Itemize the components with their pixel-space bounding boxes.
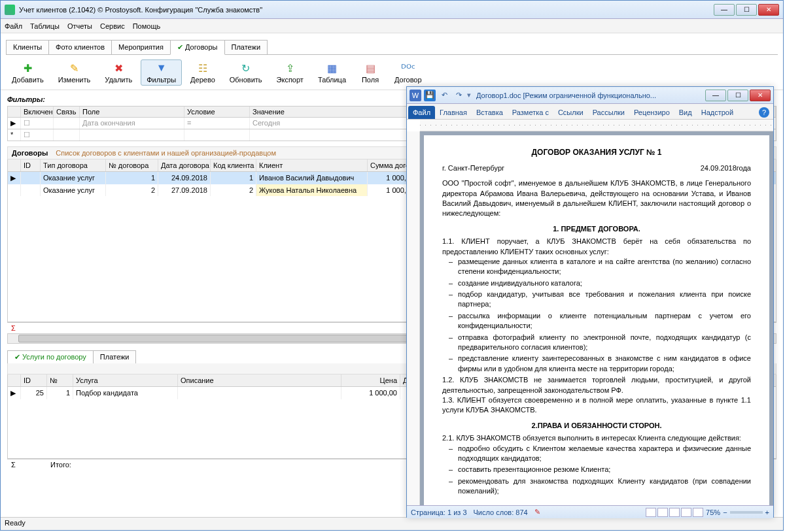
app-titlebar[interactable]: Учет клиентов (2.1042) © Prostoysoft. Ко… <box>1 1 783 19</box>
word-ribbon: Файл Главная Вставка Разметка с Ссылки Р… <box>407 104 773 120</box>
word-app-icon: W <box>410 90 421 101</box>
zoom-in-icon[interactable]: + <box>765 508 769 516</box>
view-outline-icon[interactable] <box>681 508 691 517</box>
contract-button[interactable]: ᴰᴼᶜДоговор <box>389 59 428 86</box>
doc-date: 24.09.2018года <box>701 163 751 173</box>
word-title: Договор1.doc [Режим ограниченной функцио… <box>476 91 705 99</box>
table-button[interactable]: ▦Таблица <box>312 59 352 86</box>
help-icon[interactable]: ? <box>759 107 769 118</box>
view-print-icon[interactable] <box>646 508 656 517</box>
main-tabs: Клиенты Фото клиентов Мероприятия Догово… <box>1 33 783 55</box>
word-minimize-button[interactable]: — <box>705 90 726 101</box>
ribbon-addins[interactable]: Надстрой <box>697 106 738 119</box>
ribbon-file[interactable]: Файл <box>408 106 435 119</box>
fields-button[interactable]: ▤Поля <box>355 59 386 86</box>
menu-service[interactable]: Сервис <box>100 22 125 30</box>
word-window: W 💾 ↶ ↷ ▾ Договор1.doc [Режим ограниченн… <box>406 86 774 518</box>
view-read-icon[interactable] <box>657 508 668 517</box>
ribbon-layout[interactable]: Разметка с <box>508 106 553 119</box>
menu-help[interactable]: Помощь <box>133 22 161 30</box>
save-icon[interactable]: 💾 <box>424 90 436 101</box>
export-button[interactable]: ⇪Экспорт <box>271 59 309 86</box>
zoom-out-icon[interactable]: − <box>723 508 727 516</box>
word-close-button[interactable]: ✕ <box>750 90 771 101</box>
edit-icon: ✎ <box>67 61 80 75</box>
view-web-icon[interactable] <box>669 508 680 517</box>
zoom-level[interactable]: 75% <box>706 508 720 516</box>
doc-city: г. Санкт-Петербург <box>442 163 504 173</box>
word-horizontal-ruler[interactable] <box>420 120 773 131</box>
tab-payments[interactable]: Платежи <box>224 40 268 55</box>
word-count[interactable]: Число слов: 874 <box>474 508 528 516</box>
fields-icon: ▤ <box>364 61 377 75</box>
doc-intro: ООО "Простой софт", именуемое в дальнейш… <box>442 178 751 219</box>
tree-icon: ☷ <box>196 61 209 75</box>
view-draft-icon[interactable] <box>693 508 703 517</box>
ribbon-review[interactable]: Рецензиро <box>629 106 674 119</box>
doc-sec1: 1. ПРЕДМЕТ ДОГОВОРА. <box>442 224 751 234</box>
subtab-payments[interactable]: Платежи <box>93 350 137 363</box>
close-button[interactable]: ✕ <box>758 4 779 16</box>
menu-reports[interactable]: Отчеты <box>67 22 92 30</box>
statusbar: Ready <box>1 517 783 530</box>
menubar: Файл Таблицы Отчеты Сервис Помощь <box>1 19 783 33</box>
ribbon-references[interactable]: Ссылки <box>553 106 588 119</box>
word-document[interactable]: ДОГОВОР ОКАЗАНИЯ УСЛУГ № 1 г. Санкт-Пете… <box>424 135 769 505</box>
delete-button[interactable]: ✖Удалить <box>99 59 138 86</box>
ribbon-home[interactable]: Главная <box>435 106 472 119</box>
refresh-button[interactable]: ↻Обновить <box>224 59 268 86</box>
add-button[interactable]: ✚Добавить <box>6 59 50 86</box>
filters-button[interactable]: ▼Фильтры <box>141 59 182 86</box>
page-count[interactable]: Страница: 1 из 3 <box>411 508 467 516</box>
filter-icon: ▼ <box>155 61 168 75</box>
delete-icon: ✖ <box>112 61 125 75</box>
word-titlebar[interactable]: W 💾 ↶ ↷ ▾ Договор1.doc [Режим ограниченн… <box>407 87 773 104</box>
app-icon <box>5 5 15 15</box>
doc-sec2: 2.ПРАВА И ОБЯЗАННОСТИ СТОРОН. <box>442 421 751 431</box>
table-icon: ▦ <box>325 61 338 75</box>
doc-title: ДОГОВОР ОКАЗАНИЯ УСЛУГ № 1 <box>442 147 751 158</box>
edit-button[interactable]: ✎Изменить <box>52 59 97 86</box>
ribbon-insert[interactable]: Вставка <box>472 106 508 119</box>
ribbon-mailings[interactable]: Рассылки <box>588 106 629 119</box>
spellcheck-icon[interactable]: ✎ <box>534 508 540 516</box>
redo-icon[interactable]: ↷ <box>453 90 464 101</box>
tab-clients[interactable]: Клиенты <box>6 40 49 55</box>
zoom-slider[interactable] <box>730 511 763 514</box>
toolbar: ✚Добавить ✎Изменить ✖Удалить ▼Фильтры ☷Д… <box>1 56 783 90</box>
refresh-icon: ↻ <box>239 61 253 75</box>
subtab-services[interactable]: Услуги по договору <box>7 350 94 363</box>
tab-events[interactable]: Мероприятия <box>111 40 171 55</box>
export-icon: ⇪ <box>283 61 296 75</box>
tree-button[interactable]: ☷Дерево <box>184 59 221 86</box>
word-maximize-button[interactable]: ☐ <box>727 90 748 101</box>
doc-icon: ᴰᴼᶜ <box>402 61 415 75</box>
maximize-button[interactable]: ☐ <box>736 4 757 16</box>
undo-icon[interactable]: ↶ <box>438 90 450 101</box>
minimize-button[interactable]: — <box>714 4 735 16</box>
tab-contracts[interactable]: Договоры <box>170 40 225 55</box>
word-page-area[interactable]: ДОГОВОР ОКАЗАНИЯ УСЛУГ № 1 г. Санкт-Пете… <box>420 131 773 505</box>
tab-photos[interactable]: Фото клиентов <box>48 40 112 55</box>
word-statusbar: Страница: 1 из 3 Число слов: 874 ✎ 75% −… <box>407 505 773 518</box>
add-icon: ✚ <box>21 61 34 75</box>
word-vertical-ruler[interactable] <box>407 131 420 505</box>
ribbon-view[interactable]: Вид <box>674 106 697 119</box>
menu-file[interactable]: Файл <box>5 22 22 30</box>
menu-tables[interactable]: Таблицы <box>30 22 60 30</box>
app-title: Учет клиентов (2.1042) © Prostoysoft. Ко… <box>19 6 714 14</box>
